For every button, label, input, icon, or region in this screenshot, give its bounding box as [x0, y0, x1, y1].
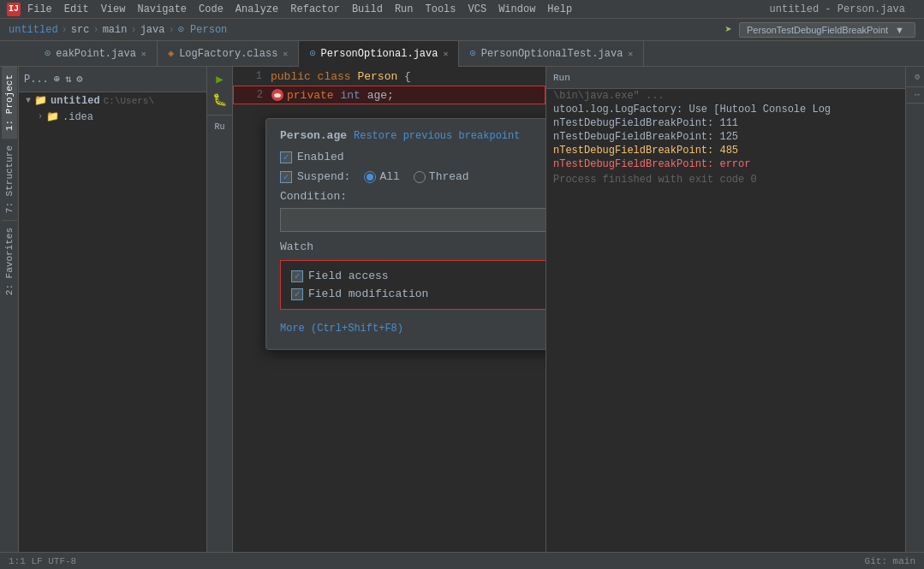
tree-idea[interactable]: › 📁 .idea [19, 109, 206, 125]
console-line-6: nTestDebugFieldBreakPoint: error [546, 157, 905, 171]
breadcrumb-person[interactable]: ⊙ Person [178, 23, 228, 36]
watch-box: Field access Field modification [280, 260, 545, 310]
run-config-area: ➤ PersonTestDebugFieldBreakPoint ▼ [725, 22, 915, 38]
tab-logfactory-close[interactable]: ✕ [283, 49, 288, 59]
tab-logfactory[interactable]: ◈ LogFactory.class ✕ [158, 41, 299, 67]
status-text: 1:1 LF UTF-8 [9, 556, 76, 566]
debug-icon[interactable]: 🐛 [212, 91, 229, 108]
watch-section: Watch Field access Field modification [280, 240, 545, 310]
code-line-2: 2 private int age; [233, 86, 545, 104]
suspend-row: Suspend: All Thread [280, 170, 545, 183]
condition-input[interactable] [280, 208, 545, 232]
console-area: Run \bin\java.exe" ... utool.log.LogFact… [545, 67, 905, 569]
tab-personoptionaltest-close[interactable]: ✕ [628, 49, 633, 59]
sidebar-structure[interactable]: 7: Structure [2, 138, 17, 220]
console-title: Run [553, 73, 570, 83]
popup-title-row: Person.age Restore previous breakpoint [280, 129, 545, 142]
thread-radio-label[interactable]: Thread [414, 170, 469, 183]
breakpoint-popup: Person.age Restore previous breakpoint E… [265, 118, 545, 350]
breadcrumb-src[interactable]: src [71, 24, 90, 36]
left-sidebar: 1: Project 7: Structure 2: Favorites [0, 67, 19, 569]
field-access-item: Field access [291, 270, 545, 282]
watch-title: Watch [280, 240, 545, 253]
window-title: untitled - Person.java [770, 3, 905, 15]
menu-code[interactable]: Code [199, 3, 224, 15]
enabled-label: Enabled [297, 151, 344, 163]
console-line-8: Process finished with exit code 0 [546, 173, 905, 187]
breadcrumb-main[interactable]: main [103, 24, 128, 36]
run-config-label: PersonTestDebugFieldBreakPoint [747, 25, 888, 35]
console-line-2: utool.log.LogFactory: Use [Hutool Consol… [546, 103, 905, 116]
popup-footer: More (Ctrl+Shift+F8) Done [280, 318, 545, 339]
app-icon: IJ [7, 3, 21, 16]
restore-link[interactable]: Restore previous breakpoint [354, 130, 520, 142]
menu-window[interactable]: Window [498, 3, 535, 15]
line-content-2: private int age; [287, 89, 394, 102]
run-arrow-icon[interactable]: ➤ [725, 22, 732, 37]
menu-tools[interactable]: Tools [426, 3, 456, 15]
menu-build[interactable]: Build [352, 3, 383, 15]
tab-logfactory-icon: ◈ [168, 47, 174, 60]
run-label[interactable]: Ru [212, 119, 226, 135]
enabled-checkbox-label[interactable]: Enabled [280, 151, 344, 163]
thread-radio[interactable] [414, 171, 426, 183]
main-layout: 1: Project 7: Structure 2: Favorites P..… [0, 67, 924, 569]
root-path: C:\Users\ [104, 96, 154, 106]
enabled-checkbox[interactable] [280, 151, 292, 163]
all-radio-label[interactable]: All [364, 170, 399, 183]
suspend-checkbox[interactable] [280, 171, 292, 183]
sep3: › [130, 24, 136, 36]
sidebar-favorites[interactable]: 2: Favorites [2, 220, 17, 302]
panel-title: P... [24, 74, 49, 86]
condition-label: Condition: [280, 190, 545, 203]
menu-run[interactable]: Run [395, 3, 414, 15]
tree-root[interactable]: ▼ 📁 untitled C:\Users\ [19, 92, 206, 109]
console-line-1: \bin\java.exe" ... [546, 89, 905, 103]
new-tab-icon[interactable]: ⊕ [54, 73, 60, 86]
console-line-5: nTestDebugFieldBreakPoint: 485 [546, 144, 905, 157]
code-line-1: 1 public class Person { [233, 67, 545, 86]
tab-breakpoint[interactable]: ⊙ eakPoint.java ✕ [34, 41, 158, 67]
menu-vcs[interactable]: VCS [468, 3, 487, 15]
tab-logfactory-label: LogFactory.class [179, 48, 277, 60]
menu-edit[interactable]: Edit [64, 3, 89, 15]
sync-icon[interactable]: ⇅ [65, 73, 71, 86]
sep1: › [62, 24, 68, 36]
right-vtab-2[interactable]: ↕ [906, 87, 924, 104]
menu-bar: IJ File Edit View Navigate Code Analyze … [0, 0, 924, 19]
run-config-dropdown[interactable]: PersonTestDebugFieldBreakPoint ▼ [739, 22, 915, 38]
chevron-right-icon: › [38, 112, 43, 122]
all-radio[interactable] [364, 171, 376, 183]
menu-analyze[interactable]: Analyze [235, 3, 278, 15]
tabs-bar: ⊙ eakPoint.java ✕ ◈ LogFactory.class ✕ ⊙… [0, 41, 924, 67]
tab-personoptional-close[interactable]: ✕ [443, 49, 448, 59]
root-name: untitled [51, 95, 100, 107]
menu-view[interactable]: View [101, 3, 126, 15]
breadcrumb-untitled[interactable]: untitled [9, 24, 58, 36]
tab-personoptional-icon: ⊙ [309, 47, 315, 60]
more-link[interactable]: More (Ctrl+Shift+F8) [280, 323, 403, 335]
dropdown-arrow-icon: ▼ [895, 25, 904, 35]
menu-file[interactable]: File [27, 3, 52, 15]
sep4: › [168, 24, 174, 36]
tab-personoptionaltest[interactable]: ⊙ PersonOptionalTest.java ✕ [459, 41, 644, 67]
menu-help[interactable]: Help [547, 3, 572, 15]
run-icon[interactable]: ▶ [212, 70, 229, 87]
tab-breakpoint-close[interactable]: ✕ [141, 49, 146, 59]
tab-breakpoint-icon: ⊙ [45, 47, 51, 60]
field-modification-checkbox[interactable] [291, 288, 303, 300]
suspend-checkbox-label[interactable]: Suspend: [280, 170, 350, 183]
git-status: Git: main [865, 556, 915, 566]
breadcrumb-java[interactable]: java [140, 24, 165, 36]
idea-label: .idea [63, 111, 93, 123]
sidebar-project[interactable]: 1: Project [2, 67, 17, 138]
settings-icon[interactable]: ⚙ [76, 73, 82, 86]
field-access-label: Field access [308, 270, 389, 282]
menu-refactor[interactable]: Refactor [290, 3, 340, 15]
field-access-checkbox[interactable] [291, 270, 303, 282]
thread-label: Thread [429, 170, 469, 183]
tab-personoptional[interactable]: ⊙ PersonOptional.java ✕ [299, 41, 459, 67]
right-vtab-1[interactable]: ⚙ [906, 67, 924, 87]
menu-navigate[interactable]: Navigate [137, 3, 187, 15]
code-area[interactable]: 1 public class Person { 2 private int ag… [233, 67, 545, 569]
